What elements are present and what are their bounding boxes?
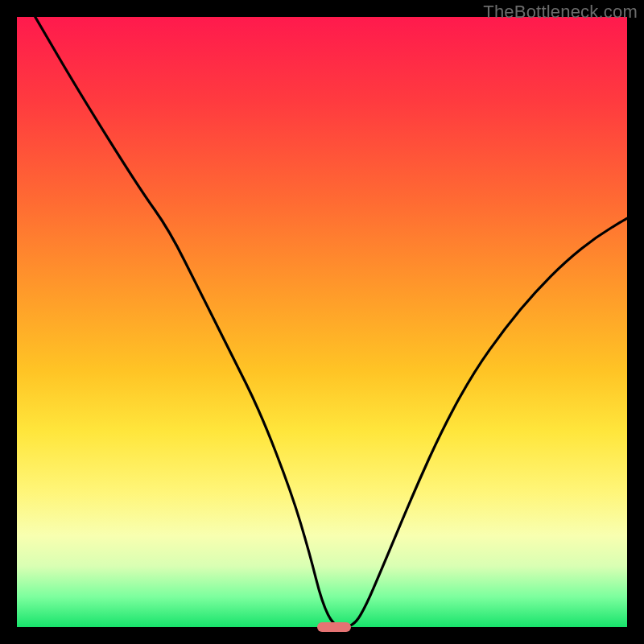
bottleneck-curve-svg [17, 17, 627, 627]
chart-frame: TheBottleneck.com [0, 0, 644, 644]
optimal-marker [317, 622, 351, 632]
bottleneck-curve-path [35, 17, 627, 627]
attribution-label: TheBottleneck.com [483, 2, 638, 23]
